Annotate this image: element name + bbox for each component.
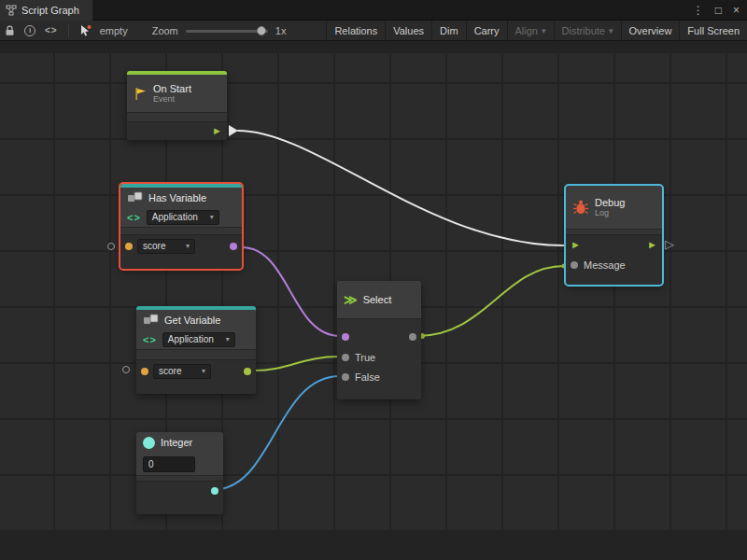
overview-button[interactable]: Overview (621, 21, 680, 41)
name-input-port[interactable] (125, 243, 133, 250)
graph-toolbar: i <> empty Zoom 1x Relations Values Dim … (0, 21, 747, 41)
scope-value: Application (152, 212, 198, 222)
button-label: Relations (334, 25, 377, 36)
name-input-port[interactable] (141, 368, 148, 375)
variables-icon (143, 314, 159, 326)
node-has-variable[interactable]: Has Variable <> Application ▾ score ▾ (120, 184, 242, 269)
selector-input-port[interactable] (342, 333, 349, 341)
node-title: Integer (161, 437, 192, 448)
dim-button[interactable]: Dim (431, 21, 466, 41)
bug-icon (572, 199, 589, 216)
selection-output-port[interactable] (409, 333, 416, 341)
zoom-slider[interactable] (186, 21, 268, 41)
flag-icon (134, 87, 148, 101)
values-button[interactable]: Values (385, 21, 431, 41)
zoom-slider-handle[interactable] (257, 26, 266, 35)
true-label: True (355, 352, 375, 363)
zoom-slider-track[interactable] (186, 30, 268, 33)
message-input-port[interactable] (571, 261, 578, 269)
variable-name-dropdown[interactable]: score ▾ (153, 364, 211, 379)
result-output-port[interactable] (230, 243, 237, 250)
button-label: Distribute (562, 25, 605, 36)
window-close-icon[interactable]: × (733, 0, 740, 21)
variable-scope-dropdown[interactable]: Application ▾ (147, 210, 219, 225)
button-label: Align (515, 25, 538, 36)
variable-name-dropdown[interactable]: score ▾ (137, 239, 195, 254)
window-maximize-icon[interactable]: □ (715, 0, 722, 21)
node-footer (136, 382, 256, 394)
node-title: On Start (153, 83, 191, 95)
node-select[interactable]: ≫ Select True False (337, 281, 421, 399)
node-spacer (120, 227, 242, 234)
flow-output-port[interactable]: ► (212, 126, 222, 136)
node-spacer (127, 112, 227, 121)
wire-getvariable-to-select[interactable] (254, 357, 340, 371)
true-input-port[interactable] (342, 354, 349, 361)
graph-canvas[interactable]: On Start Event ► Has Variable <> Applica… (0, 41, 747, 560)
variable-brackets-icon: <> (127, 212, 141, 223)
select-icon: ≫ (344, 293, 358, 306)
lock-icon[interactable] (0, 21, 20, 41)
flow-output-port[interactable]: ► (647, 240, 657, 250)
chevron-down-icon: ▾ (609, 26, 613, 35)
info-icon[interactable]: i (20, 21, 40, 41)
node-integer[interactable]: Integer 0 (136, 432, 223, 514)
chevron-down-icon: ▾ (226, 335, 230, 343)
node-debug-log[interactable]: Debug Log ► ► Message (566, 186, 662, 285)
scope-value: Application (168, 334, 214, 344)
wire-hasvariable-to-select[interactable] (242, 247, 340, 336)
node-title: Select (363, 294, 392, 305)
tab-script-graph[interactable]: Script Graph (0, 0, 92, 21)
flow-out-triangle-icon[interactable] (229, 125, 238, 136)
zoom-value: 1x (272, 25, 290, 36)
flow-input-port[interactable]: ► (571, 240, 581, 250)
button-label: Dim (440, 25, 458, 36)
chevron-down-icon: ▾ (542, 26, 546, 35)
node-on-start[interactable]: On Start Event ► (127, 71, 227, 140)
integer-value-input[interactable]: 0 (143, 456, 195, 472)
button-label: Overview (629, 25, 672, 36)
carry-button[interactable]: Carry (466, 21, 507, 41)
tab-title: Script Graph (21, 5, 79, 16)
variable-scope-dropdown[interactable]: Application ▾ (162, 332, 235, 347)
selection-cursor-icon (75, 21, 96, 41)
window-menu-icon[interactable]: ⋮ (693, 0, 704, 21)
align-dropdown-button[interactable]: Align ▾ (507, 21, 554, 41)
script-graph-icon (6, 5, 17, 16)
full-screen-button[interactable]: Full Screen (679, 21, 747, 41)
node-get-variable[interactable]: Get Variable <> Application ▾ score ▾ (136, 306, 256, 394)
button-label: Carry (474, 25, 500, 36)
message-label: Message (584, 259, 626, 271)
node-footer (566, 275, 662, 285)
integer-output-port[interactable] (211, 487, 218, 495)
variable-brackets-icon: <> (143, 334, 157, 345)
zoom-label: Zoom (148, 25, 182, 36)
node-title: Get Variable (164, 315, 220, 326)
window-titlebar: Script Graph ⋮ □ × (0, 0, 747, 21)
integer-icon (143, 437, 155, 449)
toolbar-buttons: Relations Values Dim Carry Align ▾ Distr… (326, 21, 747, 41)
node-spacer (136, 349, 256, 359)
selection-status: empty (96, 25, 132, 36)
integer-value: 0 (148, 459, 154, 469)
window-controls: ⋮ □ × (693, 0, 747, 21)
distribute-dropdown-button[interactable]: Distribute ▾ (554, 21, 621, 41)
false-input-port[interactable] (342, 373, 349, 381)
wire-onstart-to-debuglog[interactable] (238, 131, 564, 245)
relations-button[interactable]: Relations (326, 21, 385, 41)
value-input-ring-icon[interactable] (107, 243, 115, 250)
variables-icon (127, 191, 143, 203)
node-title: Debug (595, 197, 625, 209)
node-footer (120, 257, 242, 269)
code-view-icon[interactable]: <> (40, 21, 63, 41)
wire-select-to-debuglog[interactable] (417, 266, 564, 336)
value-output-port[interactable] (244, 368, 251, 375)
flow-in-hollow-triangle-icon[interactable]: ▷ (665, 238, 674, 250)
value-input-ring-icon[interactable] (122, 366, 130, 373)
node-subtitle: Log (595, 208, 625, 217)
button-label: Full Screen (687, 25, 740, 36)
toolbar-divider (68, 24, 69, 37)
node-footer (136, 499, 223, 514)
chevron-down-icon: ▾ (186, 242, 190, 250)
false-label: False (355, 371, 380, 383)
